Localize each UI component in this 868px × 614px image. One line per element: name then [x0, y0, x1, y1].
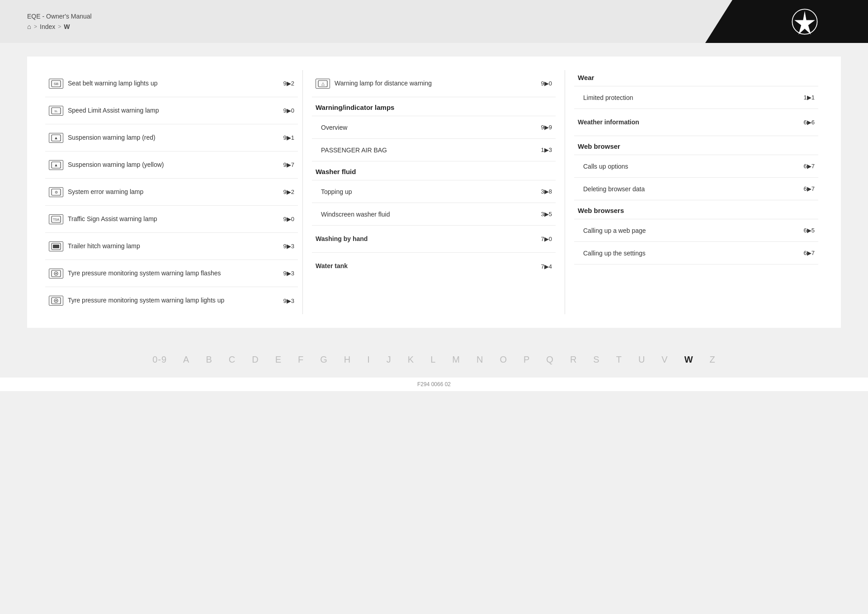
- entry-page-seat-belt: 9▶2: [278, 80, 294, 87]
- entry-text-tyre-flashes: Tyre pressure monitoring system warning …: [68, 269, 221, 278]
- left-column: SB Seat belt warning lamp lights up 9▶2 …: [41, 70, 303, 314]
- entry-tyre-lights: Tyre pressure monitoring system warning …: [45, 287, 298, 314]
- icon-speed-limit: SL: [49, 106, 63, 116]
- entry-text-speed-limit: Speed Limit Assist warning lamp: [68, 106, 159, 115]
- svg-rect-15: [53, 245, 59, 248]
- breadcrumb-sep-2: >: [58, 24, 61, 30]
- breadcrumb-sep-1: >: [34, 24, 37, 30]
- section-wear: Wear: [574, 70, 818, 86]
- entry-page-susp-yellow: 9▶7: [278, 161, 294, 168]
- entry-weather-information: Weather information 6▶6: [574, 109, 818, 136]
- sub-entry-page-windscreen-washer: 3▶5: [541, 211, 552, 217]
- icon-seat-belt: SB: [49, 79, 63, 89]
- alpha-o[interactable]: O: [491, 354, 515, 365]
- svg-point-18: [56, 273, 57, 274]
- alpha-p[interactable]: P: [515, 354, 538, 365]
- entry-text-tyre-lights: Tyre pressure monitoring system warning …: [68, 296, 224, 305]
- home-icon[interactable]: ⌂: [27, 23, 31, 30]
- header: EQE - Owner's Manual ⌂ > Index > W: [0, 0, 868, 43]
- entry-text-traffic-sign: Traffic Sign Assist warning lamp: [68, 215, 157, 224]
- section-washer-fluid: Washer fluid: [312, 161, 556, 180]
- sub-entry-page-calling-settings: 6▶7: [804, 250, 815, 256]
- svg-text:▲: ▲: [54, 163, 58, 167]
- alpha-t[interactable]: T: [608, 354, 630, 365]
- alpha-w[interactable]: W: [676, 354, 702, 365]
- alpha-m[interactable]: M: [444, 354, 468, 365]
- entry-text-distance-warning: Warning lamp for distance warning: [335, 79, 432, 88]
- entry-text-water-tank: Water tank: [316, 262, 348, 271]
- icon-susp-red: ▲: [49, 133, 63, 143]
- icon-susp-yellow: ▲: [49, 160, 63, 170]
- svg-text:⚙: ⚙: [55, 190, 58, 194]
- right-column: Wear Limited protection 1▶1 Weather info…: [565, 70, 827, 314]
- sub-entry-deleting-browser-data: Deleting browser data 6▶7: [574, 178, 818, 200]
- entry-traffic-sign: TSA Traffic Sign Assist warning lamp 9▶0: [45, 206, 298, 233]
- entry-text-weather-information: Weather information: [578, 118, 639, 127]
- breadcrumb-index[interactable]: Index: [40, 23, 55, 30]
- svg-point-21: [56, 300, 57, 302]
- icon-trailer-hitch: [49, 241, 63, 251]
- entry-trailer-hitch: Trailer hitch warning lamp 9▶3: [45, 233, 298, 260]
- svg-text:SB: SB: [54, 82, 59, 86]
- alpha-c[interactable]: C: [221, 354, 244, 365]
- alpha-z[interactable]: Z: [702, 354, 724, 365]
- section-warning-indicator-lamps: Warning/indicator lamps: [312, 97, 556, 116]
- entry-page-distance-warning: 9▶0: [536, 80, 552, 87]
- alpha-09[interactable]: 0-9: [144, 354, 175, 365]
- entry-sys-error: ⚙ System error warning lamp 9▶2: [45, 179, 298, 206]
- entry-page-traffic-sign: 9▶0: [278, 216, 294, 222]
- svg-marker-1: [794, 11, 815, 34]
- sub-entry-page-calling-web-page: 6▶5: [804, 227, 815, 234]
- alpha-l[interactable]: L: [422, 354, 444, 365]
- sub-entry-page-airbag: 1▶3: [541, 146, 552, 153]
- alpha-e[interactable]: E: [267, 354, 290, 365]
- alpha-d[interactable]: D: [244, 354, 267, 365]
- alpha-i[interactable]: I: [359, 354, 378, 365]
- sub-entry-text-calling-settings: Calling up the settings: [583, 250, 646, 257]
- sub-entry-page-calls-options: 6▶7: [804, 163, 815, 170]
- entry-susp-yellow: ▲ Suspension warning lamp (yellow) 9▶7: [45, 151, 298, 179]
- alpha-n[interactable]: N: [468, 354, 491, 365]
- entry-page-sys-error: 9▶2: [278, 189, 294, 195]
- entry-page-water-tank: 7▶4: [536, 263, 552, 270]
- sub-entry-text-calling-web-page: Calling up a web page: [583, 227, 646, 234]
- sub-entry-calls-options: Calls up options 6▶7: [574, 155, 818, 178]
- doc-number: F294 0066 02: [417, 381, 451, 387]
- alpha-v[interactable]: V: [653, 354, 676, 365]
- mercedes-logo: [791, 8, 818, 35]
- sub-entry-calling-web-page: Calling up a web page 6▶5: [574, 219, 818, 242]
- sub-entry-page-limited-protection: 1▶1: [804, 94, 815, 101]
- entry-text-trailer-hitch: Trailer hitch warning lamp: [68, 242, 140, 251]
- svg-text:▲: ▲: [54, 136, 58, 140]
- entry-text-washing-by-hand: Washing by hand: [316, 235, 368, 244]
- breadcrumb-current: W: [64, 23, 70, 30]
- entry-speed-limit: SL Speed Limit Assist warning lamp 9▶0: [45, 97, 298, 124]
- alpha-f[interactable]: F: [290, 354, 312, 365]
- entry-washing-by-hand: Washing by hand 7▶0: [312, 226, 556, 253]
- alpha-g[interactable]: G: [312, 354, 336, 365]
- alpha-a[interactable]: A: [175, 354, 198, 365]
- entry-water-tank: Water tank 7▶4: [312, 253, 556, 280]
- section-web-browsers: Web browsers: [574, 200, 818, 219]
- sub-entry-text-windscreen-washer: Windscreen washer fluid: [321, 211, 390, 218]
- sub-entry-calling-settings: Calling up the settings 6▶7: [574, 242, 818, 264]
- alpha-s[interactable]: S: [585, 354, 608, 365]
- alpha-j[interactable]: J: [378, 354, 400, 365]
- alpha-u[interactable]: U: [630, 354, 653, 365]
- entry-text-seat-belt: Seat belt warning lamp lights up: [68, 79, 157, 88]
- entry-page-trailer-hitch: 9▶3: [278, 243, 294, 250]
- sub-entry-airbag: PASSENGER AIR BAG 1▶3: [312, 139, 556, 161]
- sub-entry-overview: Overview 9▶9: [312, 116, 556, 139]
- sub-entry-text-topping-up: Topping up: [321, 188, 352, 195]
- entry-page-weather-information: 6▶6: [799, 119, 815, 126]
- alpha-h[interactable]: H: [336, 354, 359, 365]
- sub-entry-text-airbag: PASSENGER AIR BAG: [321, 146, 387, 154]
- alpha-q[interactable]: Q: [538, 354, 562, 365]
- sub-entry-text-deleting-browser-data: Deleting browser data: [583, 185, 645, 193]
- icon-distance-warning: △: [316, 79, 330, 89]
- sub-entry-windscreen-washer: Windscreen washer fluid 3▶5: [312, 203, 556, 226]
- alpha-b[interactable]: B: [198, 354, 220, 365]
- alpha-k[interactable]: K: [400, 354, 422, 365]
- sub-entry-page-topping-up: 3▶8: [541, 188, 552, 195]
- alpha-r[interactable]: R: [562, 354, 585, 365]
